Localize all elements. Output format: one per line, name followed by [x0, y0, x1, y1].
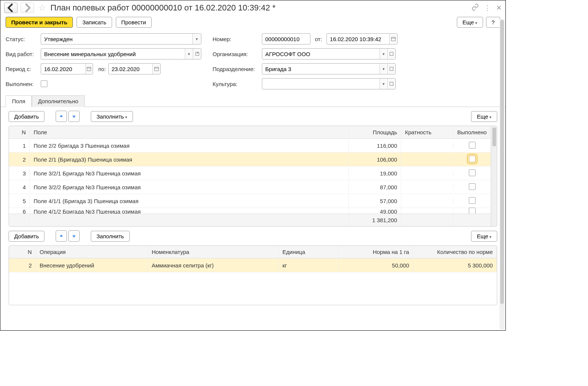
dropdown-icon[interactable]: ▾: [380, 49, 387, 59]
status-input[interactable]: [41, 34, 192, 44]
more-button[interactable]: Еще: [457, 17, 483, 28]
col2-unit-header[interactable]: Единица: [279, 246, 338, 258]
culture-label: Культура:: [213, 81, 260, 87]
table-scrollbar[interactable]: [491, 126, 497, 226]
col-area-header[interactable]: Площадь: [349, 126, 401, 138]
tab-fields[interactable]: Поля: [6, 95, 32, 107]
period-from-label: Период с:: [6, 66, 38, 72]
add-row-button-2[interactable]: Добавить: [9, 231, 44, 242]
calendar-icon[interactable]: [389, 34, 397, 44]
cell-field: Поле 3/2/2 Бригада №3 Пшеница озимая: [30, 181, 349, 193]
cell-n: 4: [9, 181, 30, 193]
col-field-header[interactable]: Поле: [30, 126, 349, 138]
dropdown-icon[interactable]: ▾: [192, 34, 201, 44]
dropdown-icon[interactable]: ▾: [380, 64, 387, 74]
help-button[interactable]: ?: [486, 17, 500, 28]
open-icon[interactable]: [387, 79, 395, 89]
dropdown-icon[interactable]: ▾: [380, 79, 387, 89]
tab-extra[interactable]: Дополнительно: [32, 95, 85, 107]
cell-nom: Аммиачная селитра (кг): [148, 259, 279, 272]
period-from-input[interactable]: [41, 64, 85, 74]
fill-button[interactable]: Заполнить: [91, 111, 133, 122]
cell-area: 19,000: [349, 167, 401, 180]
dropdown-icon[interactable]: ▾: [185, 49, 193, 59]
cell-done[interactable]: [454, 153, 491, 166]
post-button[interactable]: Провести: [116, 17, 152, 28]
table-row[interactable]: 3Поле 3/2/1 Бригада №3 Пшеница озимая19,…: [9, 166, 491, 180]
calendar-icon[interactable]: [85, 64, 93, 74]
fill-button-2[interactable]: Заполнить: [91, 231, 130, 242]
org-input[interactable]: [262, 49, 380, 59]
date-input[interactable]: [327, 34, 389, 44]
worktype-input[interactable]: [41, 49, 185, 59]
cell-done[interactable]: [454, 205, 491, 214]
cell-mult: [401, 209, 454, 214]
cell-area: 106,000: [349, 153, 401, 166]
svg-rect-7: [390, 52, 393, 56]
table-row[interactable]: 4Поле 3/2/2 Бригада №3 Пшеница озимая87,…: [9, 180, 491, 194]
calendar-icon[interactable]: [152, 64, 160, 74]
cell-qty: 5 300,000: [413, 259, 497, 272]
cell-field: Поле 2/1 (Бригада3) Пшеница озимая: [30, 153, 349, 166]
move-down-button[interactable]: [68, 111, 80, 122]
open-icon[interactable]: [193, 49, 201, 59]
table-row[interactable]: 1Поле 2/2 бригада 3 Пшеница озимая116,00…: [9, 139, 491, 153]
cell-mult: [401, 143, 454, 148]
post-and-close-button[interactable]: Провести и закрыть: [6, 17, 73, 28]
link-icon[interactable]: [471, 3, 479, 13]
svg-rect-3: [155, 67, 159, 71]
col2-qty-header[interactable]: Количество по норме: [413, 246, 497, 258]
col2-op-header[interactable]: Операция: [36, 246, 148, 258]
table-row[interactable]: 2Внесение удобренийАммиачная селитра (кг…: [9, 258, 497, 272]
more-icon[interactable]: ⋮: [484, 4, 491, 12]
save-button[interactable]: Записать: [77, 17, 112, 28]
cell-area: 87,000: [349, 181, 401, 193]
cell-n: 6: [9, 205, 30, 214]
svg-rect-5: [392, 37, 396, 41]
cell-done[interactable]: [454, 139, 491, 153]
open-icon[interactable]: [387, 64, 395, 74]
table-more-button[interactable]: Еще: [471, 111, 497, 122]
cell-norm: 50,000: [338, 259, 413, 272]
table-row[interactable]: 2Поле 2/1 (Бригада3) Пшеница озимая106,0…: [9, 153, 491, 166]
move-up-button-2[interactable]: [56, 230, 67, 242]
cell-n: 3: [9, 167, 30, 180]
cell-mult: [401, 198, 454, 204]
forward-button[interactable]: [21, 3, 34, 13]
col-n-header[interactable]: N: [9, 126, 30, 138]
col-mult-header[interactable]: Кратность: [401, 126, 454, 138]
col-done-header[interactable]: Выполнено: [454, 126, 491, 138]
col2-norm-header[interactable]: Норма на 1 га: [338, 246, 413, 258]
cell-done[interactable]: [454, 180, 491, 194]
done-checkbox[interactable]: [41, 80, 47, 87]
cell-done[interactable]: [454, 166, 491, 180]
move-up-button[interactable]: [56, 111, 67, 122]
total-area: 1 381,200: [349, 214, 401, 226]
col2-nom-header[interactable]: Номенклатура: [148, 246, 279, 258]
cell-field: Поле 2/2 бригада 3 Пшеница озимая: [30, 140, 349, 152]
done-label: Выполнен:: [6, 81, 38, 87]
cell-n: 1: [9, 140, 30, 152]
move-down-button-2[interactable]: [68, 230, 80, 242]
svg-rect-8: [390, 67, 393, 71]
dept-input[interactable]: [262, 64, 380, 74]
period-to-label: по:: [98, 66, 106, 72]
add-row-button[interactable]: Добавить: [9, 111, 44, 122]
cell-mult: [401, 170, 454, 176]
cell-mult: [401, 156, 454, 162]
cell-area: 116,000: [349, 140, 401, 152]
number-input[interactable]: [262, 34, 310, 44]
culture-input[interactable]: [262, 79, 380, 89]
table-row[interactable]: 6Поле 4/1/2 Бригада №3 Пшеница озимая49,…: [9, 208, 491, 214]
cell-n: 2: [9, 153, 30, 166]
open-icon[interactable]: [387, 49, 395, 59]
favorite-icon[interactable]: ☆: [38, 3, 46, 13]
period-to-input[interactable]: [109, 64, 153, 74]
close-icon[interactable]: ✕: [496, 4, 502, 12]
table2-more-button[interactable]: Еще: [471, 231, 497, 242]
col2-n-header[interactable]: N: [9, 246, 36, 258]
cell-field: Поле 3/2/1 Бригада №3 Пшеница озимая: [30, 167, 349, 180]
window-scrollbar[interactable]: [499, 19, 505, 330]
back-button[interactable]: [4, 3, 18, 13]
worktype-label: Вид работ:: [6, 51, 38, 57]
